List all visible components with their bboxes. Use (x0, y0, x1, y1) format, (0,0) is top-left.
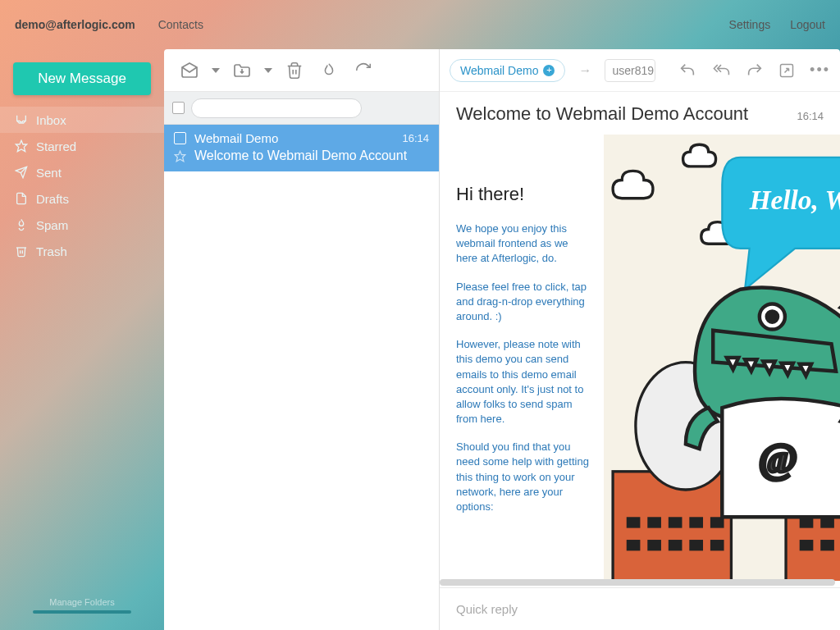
svg-rect-16 (647, 540, 661, 550)
drafts-icon (15, 192, 28, 205)
message-list-pane: Webmail Demo 16:14 Welcome to Webmail De… (164, 49, 440, 630)
topbar: demo@afterlogic.com Contacts Settings Lo… (0, 0, 840, 49)
svg-marker-1 (212, 68, 220, 73)
arrow-icon: → (570, 63, 600, 78)
preview-time: 16:14 (797, 110, 824, 122)
sidebar-item-starred[interactable]: Starred (0, 133, 164, 159)
from-pill[interactable]: Webmail Demo + (450, 59, 565, 82)
bubble-text: Hello, World! (749, 185, 840, 215)
hello-world-illustration: Hello, World! (604, 135, 840, 581)
svg-rect-24 (800, 540, 814, 550)
preview-pane: Webmail Demo + → user819 ••• (440, 49, 840, 630)
svg-rect-10 (627, 517, 641, 527)
reply-all-button[interactable] (711, 62, 731, 80)
list-toolbar (164, 49, 439, 92)
sidebar-item-inbox[interactable]: Inbox (0, 107, 164, 133)
forward-button[interactable] (746, 62, 764, 80)
message-item[interactable]: Webmail Demo 16:14 Welcome to Webmail De… (164, 125, 439, 171)
logout-link[interactable]: Logout (790, 18, 825, 31)
folder-label: Sent (36, 166, 62, 180)
inbox-icon (15, 113, 28, 126)
star-icon[interactable] (174, 150, 186, 162)
new-message-button[interactable]: New Message (13, 62, 151, 95)
add-contact-icon[interactable]: + (543, 65, 555, 76)
message-checkbox[interactable] (174, 132, 186, 144)
mark-spam-button[interactable] (312, 55, 346, 86)
svg-rect-13 (689, 517, 703, 527)
body-paragraph: We hope you enjoy this webmail frontend … (456, 221, 589, 267)
search-input[interactable] (191, 98, 362, 118)
folder-label: Spam (36, 218, 68, 232)
svg-marker-0 (16, 140, 26, 151)
star-icon (15, 139, 28, 153)
svg-marker-2 (264, 68, 272, 73)
svg-point-39 (767, 311, 778, 322)
select-all-checkbox[interactable] (172, 102, 185, 114)
check-mail-button[interactable] (172, 55, 207, 86)
contacts-link[interactable]: Contacts (158, 18, 203, 31)
body-paragraph: Please feel free to click, tap and drag-… (456, 280, 589, 325)
refresh-button[interactable] (346, 55, 381, 86)
sidebar-item-spam[interactable]: Spam (0, 212, 164, 238)
sidebar-item-drafts[interactable]: Drafts (0, 185, 164, 212)
move-to-folder-button[interactable] (225, 55, 259, 86)
svg-marker-5 (175, 151, 185, 162)
folder-label: Inbox (36, 113, 66, 127)
manage-folders-link[interactable]: Manage Folders (0, 589, 164, 630)
message-time: 16:14 (402, 132, 429, 144)
check-mail-dropdown[interactable] (207, 55, 225, 86)
preview-body: Hi there! We hope you enjoy this webmail… (440, 131, 840, 587)
account-email[interactable]: demo@afterlogic.com (15, 18, 135, 31)
from-label: Webmail Demo (460, 64, 538, 77)
folder-list: Inbox Starred Sent Drafts (0, 107, 164, 264)
spam-icon (15, 218, 28, 231)
message-sender: Webmail Demo (194, 131, 394, 145)
folder-label: Starred (36, 139, 76, 153)
delete-button[interactable] (277, 55, 312, 86)
svg-rect-15 (627, 540, 641, 550)
preview-toolbar: Webmail Demo + → user819 ••• (440, 49, 840, 92)
svg-rect-19 (710, 540, 724, 550)
body-paragraph: Should you find that you need some help … (456, 440, 589, 514)
open-new-window-button[interactable] (778, 62, 795, 79)
to-field[interactable]: user819 (605, 59, 655, 82)
svg-rect-25 (820, 540, 834, 550)
sidebar-item-trash[interactable]: Trash (0, 238, 164, 264)
svg-rect-17 (669, 540, 682, 550)
preview-header: Welcome to Webmail Demo Account 16:14 (440, 92, 840, 131)
settings-link[interactable]: Settings (729, 18, 771, 31)
svg-rect-11 (647, 517, 661, 527)
svg-text:@: @ (759, 434, 797, 481)
message-subject: Welcome to Webmail Demo Account (194, 148, 407, 163)
folder-label: Drafts (36, 192, 69, 206)
svg-rect-18 (689, 540, 703, 550)
greeting: Hi there! (456, 184, 589, 205)
preview-subject: Welcome to Webmail Demo Account (456, 103, 797, 125)
move-dropdown[interactable] (259, 55, 277, 86)
sent-icon (15, 166, 28, 179)
sidebar: New Message Inbox Starred Sent (0, 49, 164, 630)
body-paragraph: However, please note with this demo you … (456, 337, 589, 427)
sidebar-item-sent[interactable]: Sent (0, 159, 164, 185)
reply-button[interactable] (678, 62, 696, 80)
storage-bar (33, 610, 131, 614)
trash-icon (15, 244, 28, 258)
search-row (164, 92, 439, 125)
quick-reply-input[interactable]: Quick reply (440, 587, 840, 630)
folder-label: Trash (36, 244, 67, 258)
svg-rect-12 (669, 517, 682, 527)
more-actions-button[interactable]: ••• (810, 62, 830, 79)
horizontal-scrollbar[interactable] (440, 579, 835, 586)
